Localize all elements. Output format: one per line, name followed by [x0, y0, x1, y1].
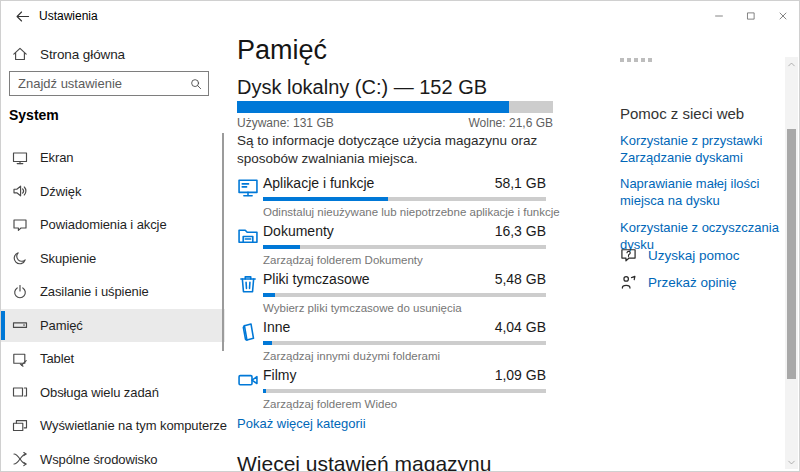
minimize-button[interactable] [703, 1, 735, 31]
disk-used-label: Używane: 131 GB [237, 116, 334, 130]
maximize-icon [746, 11, 756, 21]
sidebar-item-skupienie[interactable]: Skupienie [1, 242, 225, 276]
focus-icon [12, 250, 28, 266]
sidebar-section-heading: System [9, 107, 59, 123]
category-name: Pliki tymczasowe [263, 271, 370, 287]
category-usage-fill [263, 341, 272, 345]
sidebar-item-tablet[interactable]: Tablet [1, 342, 225, 376]
home-label: Strona główna [40, 47, 125, 62]
maximize-button[interactable] [735, 1, 767, 31]
video-icon [237, 369, 259, 391]
storage-description: Są to informacje dotyczące użycia magazy… [237, 132, 595, 168]
sidebar-item-obsluga-wielu-zadan[interactable]: Obsługa wielu zadań [1, 376, 225, 410]
category-usage-fill [263, 293, 275, 297]
tablet-icon [12, 351, 28, 367]
category-header: Inne 4,04 GB [263, 317, 546, 335]
disk-title: Dysk lokalny (C:) — 152 GB [237, 76, 487, 99]
show-more-categories-link[interactable]: Pokaż więcej kategorii [237, 416, 366, 431]
power-icon [12, 284, 28, 300]
sidebar-item-label: Wyświetlanie na tym komputerze [40, 418, 227, 433]
sidebar-item-ekran[interactable]: Ekran [1, 141, 225, 175]
window-title: Ustawienia [39, 9, 98, 23]
category-body: Filmy 1,09 GB Zarządzaj folderem Wideo [263, 365, 546, 410]
back-button[interactable] [9, 4, 35, 28]
category-usage-bar [263, 341, 546, 345]
sidebar-item-pamiec[interactable]: Pamięć [1, 309, 225, 343]
caption-buttons [703, 1, 799, 31]
help-panel-heading: Pomoc z sieci web [620, 105, 744, 122]
shared-icon [12, 451, 28, 467]
category-size: 5,48 GB [495, 271, 546, 287]
scrollbar-chevron-down-icon[interactable] [785, 456, 798, 468]
category-hint: Odinstaluj nieużywane lub niepotrzebne a… [263, 206, 546, 218]
search-input[interactable] [10, 76, 184, 91]
sidebar-item-label: Wspólne środowisko [40, 452, 157, 467]
category-usage-bar [263, 293, 546, 297]
storage-category-aplikacje-i-funkcje[interactable]: Aplikacje i funkcje 58,1 GB Odinstaluj n… [237, 173, 546, 221]
help-link-mala-ilosc-miejsca[interactable]: Naprawianie małej ilości miejsca na dysk… [620, 175, 792, 209]
storage-icon [12, 317, 28, 333]
storage-category-dokumenty[interactable]: Dokumenty 16,3 GB Zarządzaj folderem Dok… [237, 221, 546, 269]
category-size: 4,04 GB [495, 319, 546, 335]
sidebar-item-label: Skupienie [40, 251, 96, 266]
storage-category-filmy[interactable]: Filmy 1,09 GB Zarządzaj folderem Wideo [237, 365, 546, 413]
multitasking-icon [12, 384, 28, 400]
sidebar-item-label: Tablet [40, 351, 74, 366]
sidebar-item-wyswietlanie-na-tym-komputerze[interactable]: Wyświetlanie na tym komputerze [1, 409, 225, 443]
settings-sidebar: Strona główna System Ekran Dźwięk Powiad… [1, 31, 225, 471]
storage-category-pliki-tymczasowe[interactable]: Pliki tymczasowe 5,48 GB Wybierz pliki t… [237, 269, 546, 317]
category-header: Dokumenty 16,3 GB [263, 221, 546, 239]
category-name: Inne [263, 319, 290, 335]
category-hint: Wybierz pliki tymczasowe do usunięcia [263, 302, 546, 314]
get-help-label: Uzyskaj pomoc [648, 248, 740, 263]
category-header: Pliki tymczasowe 5,48 GB [263, 269, 546, 287]
sidebar-item-powiadomienia-i-akcje[interactable]: Powiadomienia i akcje [1, 208, 225, 242]
category-size: 58,1 GB [495, 175, 546, 191]
titlebar: Ustawienia [1, 1, 799, 31]
get-help-link[interactable]: Uzyskaj pomoc [620, 247, 740, 264]
get-help-chat-icon [620, 247, 637, 264]
sidebar-item-zasilanie-i-uspienie[interactable]: Zasilanie i uśpienie [1, 275, 225, 309]
scrollbar-chevron-up-icon[interactable] [785, 58, 798, 70]
feedback-person-icon [620, 274, 637, 291]
minimize-icon [714, 11, 724, 21]
documents-icon [237, 225, 259, 247]
help-link-zarzadzanie-dyskami[interactable]: Korzystanie z przystawki Zarządzanie dys… [620, 132, 792, 166]
window-scrollbar-track[interactable] [785, 57, 798, 469]
category-hint: Zarządzaj innymi dużymi folderami [263, 350, 546, 362]
feedback-label: Przekaż opinię [648, 275, 737, 290]
more-storage-settings-heading: Więcej ustawień magazynu [237, 452, 491, 472]
category-body: Aplikacje i funkcje 58,1 GB Odinstaluj n… [263, 173, 546, 218]
disk-usage-labels: Używane: 131 GB Wolne: 21,6 GB [237, 116, 553, 130]
category-usage-bar [263, 389, 546, 393]
sidebar-item-label: Dźwięk [40, 184, 81, 199]
settings-window: Ustawienia Strona główna System Ekran Dź… [0, 0, 800, 472]
other-icon [237, 321, 259, 343]
storage-main-content: Pamięć Dysk lokalny (C:) — 152 GB Używan… [237, 31, 557, 472]
search-icon [184, 78, 208, 90]
storage-category-inne[interactable]: Inne 4,04 GB Zarządzaj innymi dużymi fol… [237, 317, 546, 365]
category-hint: Zarządzaj folderem Dokumenty [263, 254, 546, 266]
trash-icon [237, 273, 259, 295]
back-arrow-icon [15, 9, 30, 24]
sound-icon [12, 183, 28, 199]
category-body: Pliki tymczasowe 5,48 GB Wybierz pliki t… [263, 269, 546, 314]
close-button[interactable] [767, 1, 799, 31]
sidebar-scrollbar-thumb[interactable] [222, 133, 224, 351]
sidebar-item-label: Powiadomienia i akcje [40, 217, 167, 232]
category-body: Inne 4,04 GB Zarządzaj innymi dużymi fol… [263, 317, 546, 362]
apps-icon [237, 177, 259, 199]
help-links-list: Korzystanie z przystawki Zarządzanie dys… [620, 132, 792, 253]
sidebar-item-dzwiek[interactable]: Dźwięk [1, 175, 225, 209]
disk-usage-fill [237, 101, 509, 113]
sidebar-item-home[interactable]: Strona główna [1, 39, 225, 69]
window-scrollbar-thumb[interactable] [787, 129, 796, 379]
category-size: 16,3 GB [495, 223, 546, 239]
send-feedback-link[interactable]: Przekaż opinię [620, 274, 737, 291]
sidebar-item-label: Obsługa wielu zadań [40, 385, 159, 400]
sidebar-item-wspolne-srodowisko[interactable]: Wspólne środowisko [1, 443, 225, 472]
category-name: Filmy [263, 367, 296, 383]
category-usage-fill [263, 197, 388, 201]
category-header: Aplikacje i funkcje 58,1 GB [263, 173, 546, 191]
display-icon [12, 150, 28, 166]
